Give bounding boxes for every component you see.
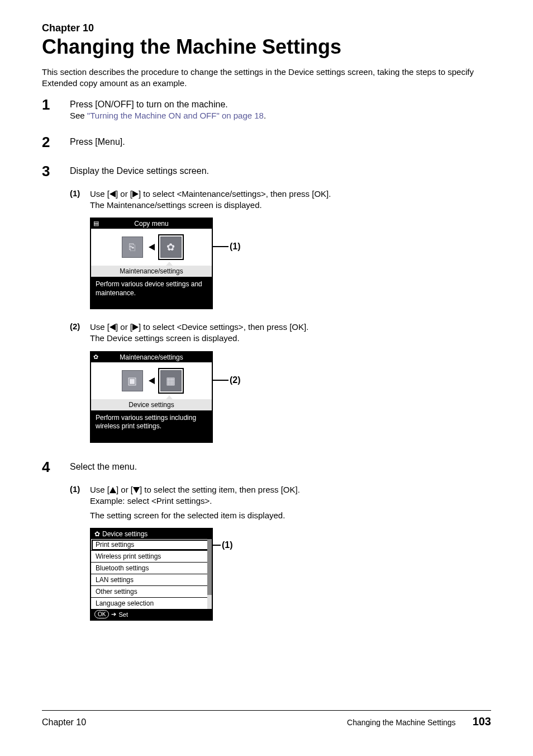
down-arrow-icon <box>133 487 140 493</box>
list-item: Bluetooth settings <box>91 563 212 574</box>
substep-text: Use [ <box>90 322 110 332</box>
substep-text-line2: The Maintenance/settings screen is displ… <box>90 200 491 211</box>
maintenance-settings-icon: ✿ <box>160 237 182 258</box>
step-3-substep-1: (1) Use [] or [] to select <Maintenance/… <box>70 188 491 211</box>
cross-reference-link[interactable]: "Turning the Machine ON and OFF" on page… <box>87 111 264 120</box>
substep-number: (1) <box>70 484 90 522</box>
substep-text: Use [ <box>90 485 110 494</box>
substep-text: ] or [ <box>116 485 133 494</box>
tools-icon: ✿ <box>93 353 98 361</box>
step-number: 4 <box>42 460 70 474</box>
left-arrow-icon <box>149 244 155 251</box>
substep-text: ] or [ <box>116 322 132 332</box>
substep-text-line2: Example: select <Print settings>. <box>90 495 491 507</box>
left-arrow-icon <box>110 324 116 330</box>
step-3-title: Display the Device settings screen. <box>70 166 491 176</box>
list-item: Language selection <box>91 598 212 609</box>
footer-section-title: Changing the Machine Settings <box>347 718 456 727</box>
step-number: 2 <box>42 135 70 149</box>
substep-number: (2) <box>70 322 90 344</box>
scrollbar <box>207 539 212 609</box>
substep-text: ] to select the setting item, then press… <box>140 485 300 494</box>
lcd-header-text: Copy menu <box>134 220 168 228</box>
see-suffix: . <box>264 111 266 120</box>
lcd-header: ▤ Copy menu <box>91 219 212 229</box>
callout-label: (1) <box>222 540 233 550</box>
footer-set-text: Set <box>118 611 128 618</box>
callout-line <box>213 246 229 247</box>
lcd-list-footer: OK ➔ Set <box>91 609 212 620</box>
list-item: Print settings <box>91 539 212 551</box>
right-arrow-icon <box>132 191 139 197</box>
manual-page: Chapter 10 Changing the Machine Settings… <box>0 0 533 756</box>
lcd-screenshot-2: ✿ Maintenance/settings ▣ ▦ Device settin… <box>90 351 491 443</box>
lcd-header: ✿ Maintenance/settings <box>91 352 212 362</box>
arrow-right-icon: ➔ <box>111 611 116 618</box>
left-arrow-icon <box>110 191 116 197</box>
right-arrow-icon <box>132 324 139 330</box>
callout-label: (2) <box>230 375 241 385</box>
substep-text: ] to select <Maintenance/settings>, then… <box>139 189 331 199</box>
chapter-label: Chapter 10 <box>42 22 491 34</box>
page-footer: Chapter 10 Changing the Machine Settings… <box>42 711 491 728</box>
lcd-screenshot-3: ✿ Device settings Print settings Wireles… <box>90 528 491 621</box>
step-4: 4 Select the menu. <box>42 460 491 474</box>
step-3-substep-2: (2) Use [] or [] to select <Device setti… <box>70 322 491 344</box>
chapter-title: Changing the Machine Settings <box>42 35 491 59</box>
device-settings-icon: ▦ <box>160 370 182 391</box>
step-2: 2 Press [Menu]. <box>42 135 491 149</box>
step-4-title: Select the menu. <box>70 462 491 472</box>
lcd-header-text: Device settings <box>102 530 147 538</box>
step-1-title: Press [ON/OFF] to turn on the machine. <box>70 100 491 110</box>
lcd-screenshot-1: ▤ Copy menu ⎘ ✿ Maintenance/settings Per… <box>90 218 491 309</box>
ok-pill: OK <box>94 610 109 618</box>
step-4-substep-1: (1) Use [] or [] to select the setting i… <box>70 484 491 522</box>
step-1: 1 Press [ON/OFF] to turn on the machine.… <box>42 97 491 120</box>
step-2-title: Press [Menu]. <box>70 137 491 147</box>
lcd-list-header: ✿ Device settings <box>91 529 212 539</box>
lcd-selection-label: Device settings <box>91 399 212 410</box>
step-1-see-line: See "Turning the Machine ON and OFF" on … <box>70 111 491 120</box>
callout-line <box>213 545 221 546</box>
list-item: Other settings <box>91 586 212 598</box>
step-number: 3 <box>42 164 70 178</box>
list-item: Wireless print settings <box>91 551 212 563</box>
callout-label: (1) <box>230 242 241 252</box>
substep-number: (1) <box>70 188 90 211</box>
callout-line <box>213 380 229 381</box>
substep-text-line2: The Device settings screen is displayed. <box>90 333 491 344</box>
lcd-icon-row: ⎘ ✿ <box>91 229 212 266</box>
see-prefix: See <box>70 111 87 120</box>
substep-text-line3: The setting screen for the selected item… <box>90 510 491 521</box>
lcd-list-body: Print settings Wireless print settings B… <box>91 539 212 609</box>
list-item: LAN settings <box>91 574 212 586</box>
lcd-selection-label: Maintenance/settings <box>91 266 212 277</box>
substep-text: ] to select <Device settings>, then pres… <box>139 322 308 332</box>
menu-icon-prev: ▣ <box>122 370 143 391</box>
lcd-description: Perform various settings including wirel… <box>91 410 212 442</box>
up-arrow-icon <box>110 487 116 493</box>
left-arrow-icon <box>149 377 155 384</box>
menu-icon-prev: ⎘ <box>122 237 143 258</box>
substep-text: ] or [ <box>116 189 132 199</box>
page-number: 103 <box>473 715 491 728</box>
step-3: 3 Display the Device settings screen. <box>42 164 491 178</box>
lcd-header-text: Maintenance/settings <box>120 353 183 361</box>
tools-icon: ✿ <box>94 530 100 538</box>
intro-paragraph: This section describes the procedure to … <box>42 67 491 89</box>
lcd-description: Perform various device settings and main… <box>91 277 212 308</box>
substep-text: Use [ <box>90 189 110 199</box>
footer-chapter: Chapter 10 <box>42 717 86 727</box>
scrollbar-thumb <box>207 539 212 595</box>
lcd-icon-row: ▣ ▦ <box>91 362 212 399</box>
copy-menu-icon: ▤ <box>93 220 99 227</box>
step-number: 1 <box>42 97 70 112</box>
